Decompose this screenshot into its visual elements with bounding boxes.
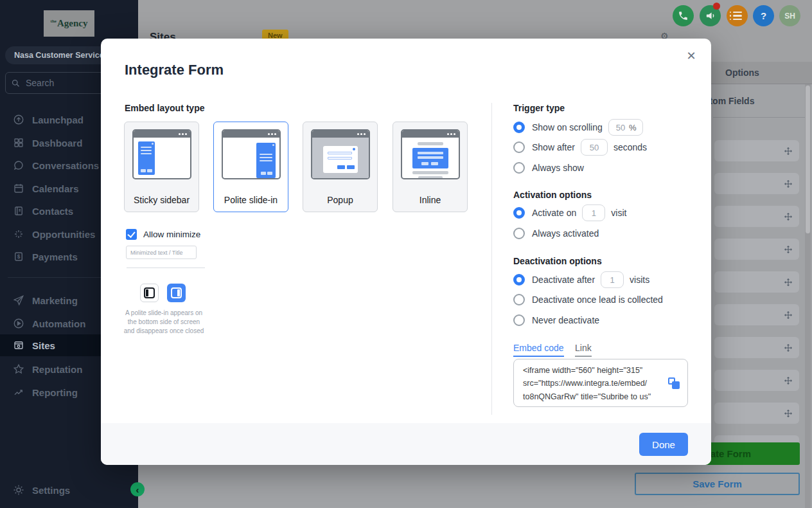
embed-code-box[interactable]: <iframe width="560" height="315" src="ht… xyxy=(513,359,688,407)
polite-slide-in-preview xyxy=(222,129,281,179)
custom-field-row[interactable] xyxy=(714,239,799,260)
minimized-title-input[interactable] xyxy=(126,246,197,259)
layout-label: Sticky sidebar xyxy=(125,195,199,205)
move-icon[interactable] xyxy=(784,278,793,287)
layout-option-polite-slide-in[interactable]: Polite slide-in xyxy=(213,122,288,212)
scrollbar[interactable] xyxy=(805,84,811,508)
layout-option-inline[interactable]: Inline xyxy=(393,122,468,212)
sidebar-item-settings[interactable]: Settings xyxy=(0,481,138,499)
modal-footer: Done xyxy=(101,423,711,465)
seconds-field[interactable] xyxy=(581,139,608,156)
visit-count-field[interactable] xyxy=(582,204,605,221)
column-divider xyxy=(491,103,492,415)
sidebar-collapse-button[interactable]: ‹ xyxy=(130,482,145,496)
phone-icon xyxy=(678,10,689,21)
logo-prefix: the xyxy=(51,19,57,24)
radio-deactivate-lead[interactable] xyxy=(513,294,525,305)
custom-field-row[interactable] xyxy=(714,304,799,325)
radio-show-after[interactable] xyxy=(513,141,525,153)
never-deactivate-option: Never deactivate xyxy=(513,312,599,329)
move-icon[interactable] xyxy=(784,212,793,221)
visits-count-field[interactable] xyxy=(601,271,624,288)
move-icon[interactable] xyxy=(784,311,793,320)
phone-button[interactable] xyxy=(673,5,694,26)
layout-option-popup[interactable]: Popup xyxy=(303,122,378,212)
contacts-icon xyxy=(13,205,24,217)
move-icon[interactable] xyxy=(784,409,793,418)
sidebar-item-label: Sites xyxy=(32,340,55,351)
sidebar-item-label: Dashboard xyxy=(32,138,82,149)
allow-minimize-label: Allow minimize xyxy=(143,230,200,239)
custom-field-row[interactable] xyxy=(714,271,799,293)
move-icon[interactable] xyxy=(784,147,793,156)
sidebar-item-label: Automation xyxy=(32,318,85,329)
star-icon xyxy=(13,363,24,375)
move-icon[interactable] xyxy=(784,245,793,254)
move-icon[interactable] xyxy=(784,376,793,385)
payments-icon: $ xyxy=(13,251,24,262)
custom-field-row[interactable] xyxy=(714,140,799,161)
visits-count-input[interactable] xyxy=(605,275,619,285)
scroll-percent-field[interactable]: % xyxy=(608,119,643,136)
embed-code-text: <iframe width="560" height="315" src="ht… xyxy=(523,364,666,407)
scrollbar-thumb[interactable] xyxy=(806,86,810,233)
visit-unit: visit xyxy=(611,208,626,218)
save-form-button[interactable]: Save Form xyxy=(635,473,800,495)
layout-label: Popup xyxy=(303,195,377,205)
tab-link[interactable]: Link xyxy=(575,343,592,357)
radio-always-show[interactable] xyxy=(513,162,525,174)
custom-field-row[interactable] xyxy=(714,337,799,358)
position-right-button[interactable] xyxy=(167,284,186,302)
automation-icon xyxy=(13,318,24,329)
modal-title: Integrate Form xyxy=(125,62,224,78)
radio-show-on-scrolling[interactable] xyxy=(513,122,525,133)
trigger-type-label: Trigger type xyxy=(513,103,565,113)
layout-option-sticky-sidebar[interactable]: Sticky sidebar xyxy=(124,122,199,212)
panel-right-icon xyxy=(171,287,182,298)
position-left-button[interactable] xyxy=(140,284,159,302)
layout-description: A polite slide-in appears on the bottom … xyxy=(122,309,206,336)
deactivation-options-label: Deactivation options xyxy=(513,256,602,266)
copy-icon[interactable] xyxy=(668,377,681,390)
done-button[interactable]: Done xyxy=(639,433,688,456)
radio-always-activated[interactable] xyxy=(513,228,525,239)
seconds-unit: seconds xyxy=(613,142,647,152)
move-icon[interactable] xyxy=(784,343,793,352)
tab-options[interactable]: Options xyxy=(725,68,759,78)
tab-embed-code[interactable]: Embed code xyxy=(513,343,564,357)
custom-field-row[interactable] xyxy=(714,403,799,424)
seconds-input[interactable] xyxy=(587,143,601,152)
sidebar-item-label: Payments xyxy=(32,251,78,262)
trigger-after-option: Show after seconds xyxy=(513,139,647,156)
radio-never-deactivate[interactable] xyxy=(513,314,525,326)
avatar[interactable]: SH xyxy=(779,5,800,26)
popup-preview xyxy=(311,129,370,179)
tasks-button[interactable] xyxy=(727,5,748,26)
radio-deactivate-after[interactable] xyxy=(513,274,525,286)
activate-on-option: Activate on visit xyxy=(513,204,626,221)
close-icon[interactable]: ✕ xyxy=(683,48,700,64)
sidebar-item-label: Reputation xyxy=(32,364,82,375)
custom-field-row[interactable] xyxy=(714,370,799,391)
avatar-initials: SH xyxy=(784,12,795,21)
dashboard-icon xyxy=(13,137,24,149)
trigger-always-option: Always show xyxy=(513,159,584,176)
list-icon xyxy=(733,12,742,21)
visit-count-input[interactable] xyxy=(587,208,601,218)
megaphone-icon xyxy=(705,10,716,21)
option-label: Never deactivate xyxy=(532,315,599,325)
allow-minimize-checkbox[interactable] xyxy=(126,229,137,240)
agency-logo: theAgency xyxy=(44,10,94,37)
always-activated-option: Always activated xyxy=(513,225,599,242)
radio-activate-on[interactable] xyxy=(513,207,525,219)
option-label: Deactivate once lead is collected xyxy=(532,295,663,305)
scroll-percent-input[interactable] xyxy=(613,123,628,132)
custom-field-row[interactable] xyxy=(714,173,799,194)
save-form-label: Save Form xyxy=(693,478,742,489)
percent-unit: % xyxy=(629,123,638,132)
custom-field-row[interactable] xyxy=(714,206,799,227)
visits-unit: visits xyxy=(630,275,649,285)
move-icon[interactable] xyxy=(784,179,793,188)
trigger-scrolling-option: Show on scrolling % xyxy=(513,119,649,136)
help-button[interactable]: ? xyxy=(753,5,774,26)
